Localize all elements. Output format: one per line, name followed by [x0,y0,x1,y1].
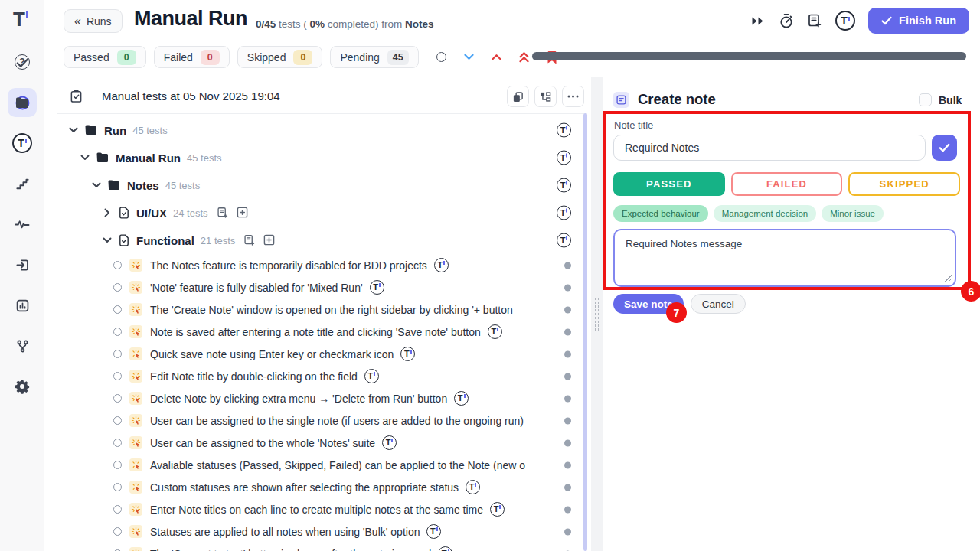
tree-row[interactable]: 'Note' feature is fully disabled for 'Mi… [44,276,588,298]
test-status-circle[interactable] [113,261,122,269]
quick-save-button[interactable] [932,135,957,161]
fast-forward-icon[interactable] [751,15,766,27]
testomat-circle-icon[interactable]: T [557,233,571,248]
add-test-icon[interactable] [237,207,248,219]
tree-row[interactable]: UI/UX 24 tests T [44,199,588,227]
test-status-circle[interactable] [113,461,122,469]
status-dot[interactable] [564,506,571,513]
note-message-wrap: Required Notes message [613,229,956,287]
tree-row[interactable]: User can be assigned to the single note … [44,409,588,432]
test-status-circle[interactable] [113,394,122,403]
test-status-circle[interactable] [113,283,122,292]
add-note-icon[interactable] [243,234,255,246]
tree-scrollbar[interactable] [583,113,587,551]
status-tag[interactable]: Management decision [714,205,817,222]
status-dot[interactable] [564,350,571,357]
status-button[interactable]: SKIPPED [848,172,960,196]
tree-row[interactable]: Avaliable statuses (Passed, Skipped, Fai… [44,454,588,476]
status-dot[interactable] [564,284,571,291]
status-dot[interactable] [564,528,571,535]
tree-row[interactable]: Note is saved after entering a note titl… [44,321,588,343]
chevron-down-icon[interactable] [80,155,90,161]
test-status-circle[interactable] [113,483,122,491]
finish-run-button[interactable]: Finish Run [868,8,969,34]
status-dot[interactable] [564,439,571,446]
tree-row[interactable]: Enter Note titles on each line to create… [44,498,588,520]
tree-view-button[interactable] [534,86,557,107]
chevron-down-icon[interactable] [69,127,78,133]
test-status-circle[interactable] [113,372,122,380]
status-dot[interactable] [564,262,571,269]
sidebar-item-help[interactable]: ? [8,47,37,77]
status-dot[interactable] [564,395,571,402]
chevron-down-icon[interactable] [464,54,474,60]
status-circle-icon[interactable] [436,52,446,62]
tree-row[interactable]: User can be assigned to the whole 'Notes… [44,432,588,454]
tree-row[interactable]: Run 45 tests T [44,116,588,144]
testomat-circle-icon: T [400,347,415,361]
copy-button[interactable] [507,86,529,107]
tree-row[interactable]: The Notes feature is temporarily disable… [44,254,588,276]
testomat-circle-icon[interactable]: T [557,151,571,165]
cancel-button[interactable]: Cancel [691,294,746,314]
test-status-circle[interactable] [113,527,122,536]
note-message-textarea[interactable]: Required Notes message [613,229,956,287]
status-dot[interactable] [564,373,571,380]
chevron-down-icon[interactable] [104,208,110,217]
test-status-circle[interactable] [113,505,122,514]
status-tag[interactable]: Minor issue [822,205,884,222]
test-status-circle[interactable] [113,350,122,358]
testomat-logo-icon[interactable]: T [835,11,855,31]
sidebar-item-projects[interactable] [8,88,37,117]
panel-drag-handle[interactable] [594,297,600,332]
status-filter-chip[interactable]: Skipped 0 [237,46,323,68]
status-dot[interactable] [564,417,571,424]
check-icon [881,16,892,25]
status-filter-chip[interactable]: Pending 45 [330,46,418,68]
add-note-icon[interactable] [217,207,228,219]
chevron-down-icon[interactable] [92,182,101,188]
status-tag[interactable]: Expected behaviour [613,205,708,222]
test-status-circle[interactable] [113,416,122,425]
status-dot[interactable] [564,306,571,313]
chevron-up-icon[interactable] [492,54,501,60]
status-button[interactable]: FAILED [731,172,843,196]
tree-row-label: The 'Convert to test' button is shown af… [150,548,431,551]
add-note-icon[interactable] [807,13,822,28]
tree-row[interactable]: Edit Note title by double-clicking on th… [44,365,588,387]
testomat-circle-icon[interactable]: T [557,123,571,138]
test-status-circle[interactable] [113,439,122,447]
testomat-logo-icon[interactable]: T [13,9,28,29]
tree-row[interactable]: The 'Convert to test' button is shown af… [44,543,588,551]
tree-row[interactable]: Manual Run 45 tests T [44,144,588,171]
tree-row[interactable]: Custom statuses are shown after selectin… [44,476,588,498]
double-chevron-up-icon[interactable] [519,52,529,63]
status-dot[interactable] [564,484,571,491]
tree-row[interactable]: Quick save note using Enter key or check… [44,343,588,365]
back-to-runs-button[interactable]: « Runs [64,9,122,33]
testomat-circle-icon[interactable]: T [557,206,571,220]
tree-row[interactable]: Notes 45 tests T [44,171,588,199]
more-button[interactable] [562,86,584,107]
status-filter-chip[interactable]: Failed 0 [154,46,230,68]
timer-icon[interactable] [779,13,794,29]
topbar-actions: T Finish Run [751,8,969,34]
tree-row[interactable]: Statuses are applied to all notes when u… [44,520,588,543]
testomat-circle-icon: T [364,369,379,383]
test-status-circle[interactable] [113,328,122,336]
note-title-input[interactable] [613,135,926,161]
testomat-circle-icon[interactable]: T [557,178,571,193]
manual-test-icon [129,458,142,471]
sidebar-item-account[interactable]: T [8,129,37,158]
chevron-down-icon[interactable] [103,237,112,243]
status-button[interactable]: PASSED [613,172,725,196]
test-status-circle[interactable] [113,305,122,314]
status-dot[interactable] [564,328,571,335]
tree-row[interactable]: Functional 21 tests T [44,227,588,254]
tree-row[interactable]: The 'Create Note' window is opened on th… [44,298,588,321]
tree-row[interactable]: Delete Note by clicking extra menu → 'De… [44,387,588,409]
add-test-icon[interactable] [263,234,275,246]
status-dot[interactable] [564,461,571,468]
bulk-checkbox[interactable] [919,93,932,106]
status-filter-chip[interactable]: Passed 0 [64,46,146,68]
